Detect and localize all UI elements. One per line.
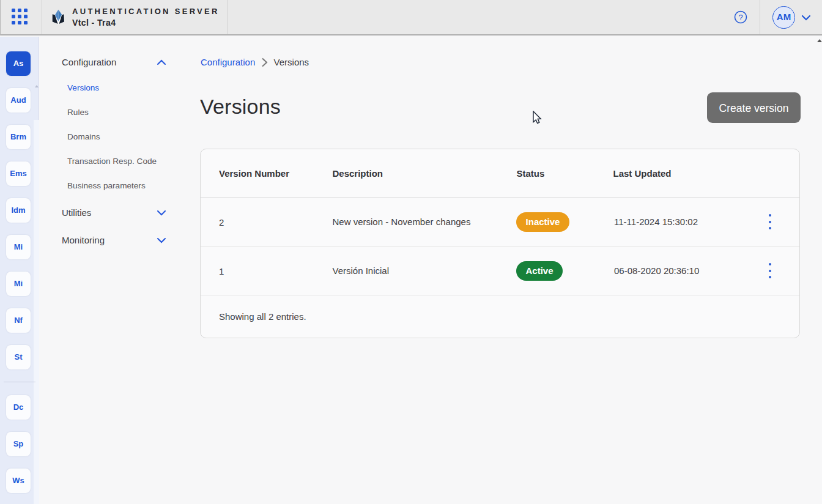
svg-text:?: ? [738,13,742,22]
